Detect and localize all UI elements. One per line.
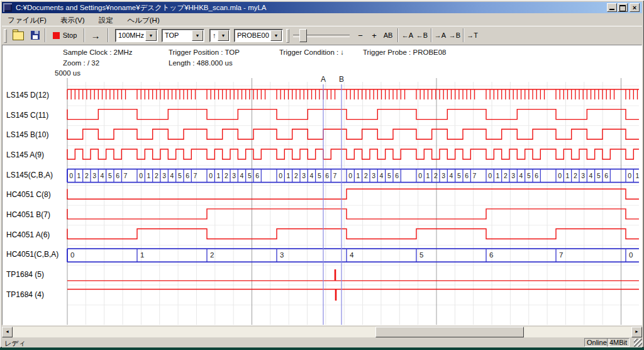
zoom-out-icon: − (358, 31, 363, 40)
dropdown-arrow-icon[interactable]: ▼ (270, 30, 282, 41)
goto-trigger-label: →T (467, 31, 478, 39)
trigger-position-select[interactable]: TOP ▼ (162, 29, 204, 42)
toolbar-separator (84, 28, 85, 42)
waveform-client-area (2, 45, 642, 325)
stop-icon (53, 32, 60, 39)
goto-trigger-button[interactable]: →T (465, 28, 479, 43)
set-cursor-b-button[interactable]: →B (448, 28, 462, 43)
trigger-position-value: TOP (165, 31, 179, 39)
goto-b-label: ←B (416, 31, 428, 39)
set-cursor-a-button[interactable]: →A (433, 28, 447, 43)
set-a-label: →A (435, 31, 446, 39)
toolbar-grip[interactable] (4, 29, 7, 43)
menu-help[interactable]: ヘルプ(H) (121, 14, 165, 25)
menu-settings[interactable]: 設定 (93, 14, 119, 25)
scrollbar-thumb[interactable] (375, 327, 524, 337)
zoom-in-button[interactable]: + (369, 28, 380, 43)
close-button[interactable]: × (630, 3, 640, 12)
minimize-icon (609, 9, 614, 10)
zoom-out-button[interactable]: − (355, 28, 366, 43)
trigger-probe-select[interactable]: PROBE00 ▼ (234, 29, 283, 42)
trigger-edge-select[interactable]: ↑ ▼ (209, 29, 230, 42)
sample-rate-select[interactable]: 100MHz ▼ (115, 29, 158, 42)
resize-grip[interactable] (634, 339, 642, 347)
run-arrow-icon: → (91, 30, 101, 41)
window-title: C:¥Documents and Settings¥noname¥デスクトップ¥… (16, 3, 267, 13)
app-icon[interactable] (3, 3, 12, 12)
stop-button[interactable]: Stop (48, 28, 81, 43)
dropdown-arrow-icon[interactable]: ▼ (218, 30, 229, 41)
menu-file[interactable]: ファイル(F) (2, 14, 52, 25)
dropdown-arrow-icon[interactable]: ▼ (145, 30, 157, 41)
save-file-button[interactable] (27, 28, 43, 43)
scroll-left-button[interactable]: ◄ (2, 327, 13, 337)
desktop-background (0, 347, 644, 350)
minimize-button[interactable] (607, 3, 617, 12)
close-icon: × (633, 4, 636, 11)
open-folder-icon (13, 31, 24, 40)
scroll-right-button[interactable]: ► (631, 327, 642, 337)
app-window: C:¥Documents and Settings¥noname¥デスクトップ¥… (0, 0, 644, 347)
menu-view[interactable]: 表示(V) (55, 14, 90, 25)
toolbar-grip[interactable] (286, 29, 289, 43)
goto-cursor-a-button[interactable]: ←A (401, 28, 414, 43)
goto-a-label: ←A (402, 31, 413, 39)
menu-bar: ファイル(F) 表示(V) 設定 ヘルプ(H) (2, 14, 642, 25)
toolbar-separator (397, 28, 399, 42)
save-floppy-icon (31, 31, 40, 40)
scroll-right-icon: ► (635, 329, 639, 334)
toolbar-separator (463, 28, 464, 42)
scroll-left-icon: ◄ (5, 329, 9, 334)
goto-cursor-b-button[interactable]: ←B (415, 28, 429, 43)
horizontal-scrollbar[interactable]: ◄ ► (2, 327, 642, 337)
toolbar-separator (45, 28, 46, 42)
stop-label: Stop (63, 31, 77, 39)
run-button[interactable]: → (87, 28, 104, 43)
ab-span-button[interactable]: AB (381, 28, 395, 43)
zoom-in-icon: + (372, 31, 377, 40)
ab-label: AB (384, 31, 393, 39)
maximize-button[interactable] (618, 3, 628, 12)
maximize-icon (619, 5, 626, 11)
toolbar: Stop → 100MHz ▼ TOP ▼ ↑ ▼ PROBE00 ▼ − + … (2, 26, 642, 45)
trigger-edge-value: ↑ (213, 31, 216, 39)
status-ready-text: レディ (4, 339, 26, 348)
status-online-badge: Online (584, 338, 609, 347)
trigger-probe-value: PROBE00 (237, 31, 269, 39)
open-file-button[interactable] (10, 28, 26, 43)
set-b-label: →B (449, 31, 460, 39)
zoom-slider-thumb[interactable] (299, 29, 307, 42)
dropdown-arrow-icon[interactable]: ▼ (192, 30, 203, 41)
toolbar-separator (108, 28, 109, 42)
toolbar-separator (431, 28, 432, 42)
sample-rate-value: 100MHz (118, 31, 144, 39)
title-bar[interactable]: C:¥Documents and Settings¥noname¥デスクトップ¥… (2, 2, 642, 13)
status-memory-badge: 4MBit (607, 338, 630, 347)
status-bar: レディ Online 4MBit (2, 338, 642, 347)
